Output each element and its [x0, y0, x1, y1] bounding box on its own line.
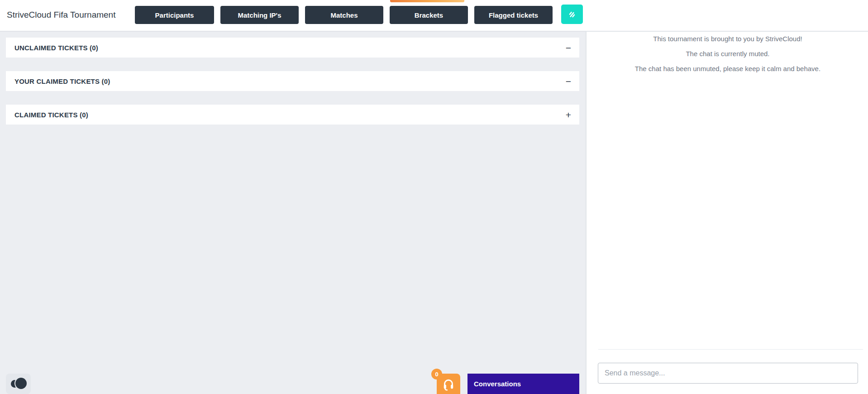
chat-input-divider — [598, 349, 863, 350]
strivecloud-logo-button[interactable] — [561, 5, 583, 24]
chat-message-input[interactable] — [598, 363, 858, 384]
section-claimed-tickets[interactable]: CLAIMED TICKETS (0) + — [6, 105, 579, 125]
chat-message-list: This tournament is brought to you by Str… — [587, 35, 868, 80]
nav-button-flagged-tickets[interactable]: Flagged tickets — [474, 6, 553, 24]
conversations-label: Conversations — [474, 380, 521, 388]
nav-button-matching-ips[interactable]: Matching IP's — [220, 6, 299, 24]
chat-system-message: This tournament is brought to you by Str… — [587, 35, 868, 43]
notification-count-badge: 0 — [431, 369, 442, 380]
tickets-area: UNCLAIMED TICKETS (0) − YOUR CLAIMED TIC… — [0, 32, 585, 394]
notification-accent-strip — [390, 0, 464, 2]
nav-button-matches[interactable]: Matches — [305, 6, 383, 24]
expand-icon[interactable]: + — [566, 110, 571, 120]
support-headset-button[interactable]: 0 — [437, 374, 460, 394]
big-circle-icon — [15, 378, 27, 389]
collapse-icon[interactable]: − — [566, 43, 571, 53]
section-label: YOUR CLAIMED TICKETS (0) — [14, 77, 110, 85]
chat-system-message: The chat is currently muted. — [587, 50, 868, 58]
theme-toggle-widget[interactable] — [6, 374, 31, 394]
headset-icon — [442, 377, 455, 391]
page-title: StriveCloud Fifa Tournament — [7, 10, 115, 20]
chat-system-message: The chat has been unmuted, please keep i… — [587, 65, 868, 72]
strivecloud-logo-icon — [567, 9, 577, 20]
conversations-button[interactable]: Conversations — [467, 374, 579, 394]
collapse-icon[interactable]: − — [566, 77, 571, 86]
section-label: UNCLAIMED TICKETS (0) — [14, 44, 98, 52]
section-unclaimed-tickets[interactable]: UNCLAIMED TICKETS (0) − — [6, 38, 579, 58]
top-bar: StriveCloud Fifa Tournament Participants… — [0, 0, 868, 32]
nav-button-brackets[interactable]: Brackets — [390, 6, 468, 24]
section-label: CLAIMED TICKETS (0) — [14, 111, 88, 119]
chat-panel: › Chat size: 100% − + — [586, 0, 868, 394]
app-root: StriveCloud Fifa Tournament Participants… — [0, 0, 868, 394]
section-your-claimed-tickets[interactable]: YOUR CLAIMED TICKETS (0) − — [6, 71, 579, 91]
nav-button-participants[interactable]: Participants — [135, 6, 214, 24]
